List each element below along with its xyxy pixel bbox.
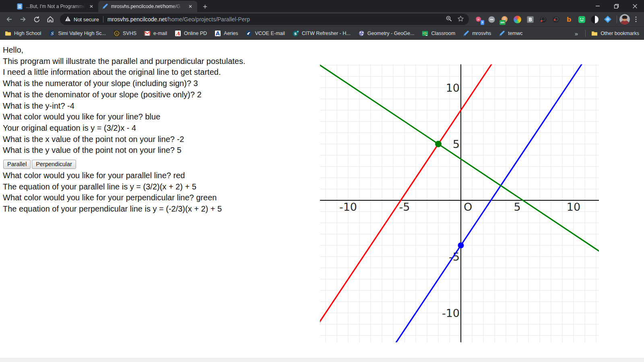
bookmark-label: Geometry - GeoGe... bbox=[367, 31, 415, 36]
window-controls bbox=[588, 0, 644, 12]
other-bookmarks-label: Other bookmarks bbox=[601, 31, 639, 36]
not-secure-warning-icon[interactable] bbox=[65, 16, 71, 23]
coordinate-graph: -10-5510105-5-10O bbox=[320, 64, 599, 342]
console-line: What is the x value of the point not on … bbox=[3, 134, 321, 145]
extension-bitly-icon[interactable]: b bbox=[565, 15, 573, 24]
browser-window: ...But, I'm Not a Programmer - G mrosvhs… bbox=[0, 0, 644, 362]
horizontal-scrollbar[interactable] bbox=[0, 358, 644, 362]
close-button[interactable] bbox=[625, 0, 644, 12]
bookmark-aeries[interactable]: A Aeries bbox=[215, 30, 238, 37]
extension-palette-icon[interactable] bbox=[513, 15, 522, 24]
extension-paddle-icon[interactable] bbox=[539, 15, 547, 24]
bookmark-geometry-geogebra[interactable]: Geometry - GeoGe... bbox=[358, 30, 415, 37]
bookmark-mrosvhs[interactable]: mrosvhs bbox=[463, 30, 491, 37]
bookmark-label: Online PD bbox=[184, 31, 207, 36]
pencil-favicon-icon bbox=[102, 3, 108, 10]
bookmarks-overflow-chevron[interactable]: » bbox=[573, 30, 580, 37]
home-button[interactable] bbox=[44, 13, 57, 26]
bookmark-label: Simi Valley High Sc... bbox=[58, 31, 106, 36]
svg-text:10: 10 bbox=[567, 201, 580, 213]
tab-pencilcode[interactable]: mrosvhs.pencilcode.net/home/G bbox=[98, 1, 197, 12]
bookmark-label: SVHS bbox=[123, 31, 136, 36]
parallel-line bbox=[320, 64, 599, 342]
zoom-icon[interactable] bbox=[446, 15, 452, 24]
svg-text:A: A bbox=[216, 30, 220, 37]
bookmark-temwc[interactable]: temwc bbox=[499, 30, 522, 37]
extension-b-square-icon[interactable]: B bbox=[526, 15, 535, 24]
gmail-icon bbox=[144, 30, 151, 37]
bookmark-simi-valley[interactable]: S Simi Valley High Sc... bbox=[49, 30, 106, 37]
extension-on-badge: on bbox=[500, 20, 506, 25]
extension-blue-diamond-icon[interactable] bbox=[603, 15, 612, 24]
toolbar: Not secure mrosvhs.pencilcode.net/home/G… bbox=[0, 12, 644, 27]
dark-circle-s-icon: S bbox=[49, 30, 55, 37]
red-a-icon: A bbox=[175, 30, 181, 37]
forward-button[interactable] bbox=[17, 13, 29, 26]
bookmark-star-icon[interactable] bbox=[457, 15, 464, 24]
svg-text:-10: -10 bbox=[442, 307, 460, 319]
console-line: What is the y-int? -4 bbox=[3, 101, 321, 112]
parallel-button[interactable]: Parallel bbox=[3, 160, 31, 169]
bookmarks-bar: High School S Simi Valley High Sc... S S… bbox=[0, 27, 644, 40]
console-line: What color would you like for your paral… bbox=[3, 170, 321, 181]
svg-text:A: A bbox=[175, 31, 180, 37]
extension-tampermonkey-on-icon[interactable]: on bbox=[500, 15, 509, 24]
maximize-button[interactable] bbox=[607, 0, 625, 12]
bookmark-email[interactable]: e-mail bbox=[144, 30, 167, 37]
back-button[interactable] bbox=[3, 13, 16, 26]
other-bookmarks[interactable]: Other bookmarks bbox=[591, 30, 639, 37]
bookmark-classroom[interactable]: Classroom bbox=[422, 30, 455, 37]
extension-badge: 3 bbox=[481, 20, 484, 25]
bookmark-online-pd[interactable]: A Online PD bbox=[175, 30, 207, 37]
tab-strip: ...But, I'm Not a Programmer - G mrosvhs… bbox=[0, 0, 644, 12]
bookmark-vcoe-email[interactable]: VCOE E-mail bbox=[246, 30, 285, 37]
bookmark-label: temwc bbox=[508, 31, 522, 36]
reload-button[interactable] bbox=[30, 13, 43, 26]
security-label[interactable]: Not secure bbox=[74, 16, 99, 23]
svg-text:O: O bbox=[464, 201, 472, 213]
extension-paused-icon[interactable] bbox=[487, 15, 496, 24]
svg-text:-5: -5 bbox=[399, 201, 410, 213]
profile-avatar[interactable] bbox=[619, 14, 630, 25]
extension-dark-reader-icon[interactable] bbox=[590, 15, 599, 24]
svg-text:-10: -10 bbox=[339, 201, 357, 213]
console-line: This program will illustrate the paralle… bbox=[3, 56, 321, 67]
svg-text:B: B bbox=[528, 16, 532, 22]
perpendicular-button[interactable]: Perpendicular bbox=[32, 160, 76, 169]
svg-text:b: b bbox=[567, 16, 572, 23]
console-line: Your original equation is y = (3/2)x - 4 bbox=[3, 123, 321, 134]
sharepoint-icon: s bbox=[293, 30, 299, 37]
tab-title: mrosvhs.pencilcode.net/home/G bbox=[111, 4, 184, 9]
console-line: The equation of your perpendicular line … bbox=[3, 204, 321, 215]
console-line: Hello, bbox=[3, 45, 321, 56]
address-bar[interactable]: Not secure mrosvhs.pencilcode.net/home/G… bbox=[60, 14, 469, 25]
svg-text:5: 5 bbox=[453, 138, 460, 150]
bookmark-label: Aeries bbox=[224, 31, 238, 36]
dark-circle-swoosh-icon bbox=[246, 30, 252, 37]
tab-close-icon[interactable] bbox=[187, 3, 194, 10]
svg-text:S: S bbox=[116, 32, 118, 35]
bookmark-high-school[interactable]: High School bbox=[5, 30, 41, 37]
svg-text:5: 5 bbox=[514, 201, 520, 213]
extension-pink-reader-icon[interactable]: 3 bbox=[475, 15, 483, 24]
tab-docs[interactable]: ...But, I'm Not a Programmer - G bbox=[13, 1, 98, 12]
folder-icon bbox=[5, 30, 11, 37]
browser-menu-icon[interactable] bbox=[631, 14, 641, 25]
bookmark-label: Classroom bbox=[431, 31, 455, 36]
bookmark-label: VCOE E-mail bbox=[255, 31, 285, 36]
extension-target-icon[interactable] bbox=[552, 15, 560, 24]
new-tab-button[interactable] bbox=[200, 1, 210, 12]
tab-close-icon[interactable] bbox=[88, 3, 95, 10]
minimize-button[interactable] bbox=[588, 0, 607, 12]
omnibox-divider bbox=[103, 16, 103, 23]
tab-title: ...But, I'm Not a Programmer - G bbox=[26, 4, 85, 9]
url-text[interactable]: mrosvhs.pencilcode.net/home/Geo/projects… bbox=[107, 16, 442, 23]
console-line: What is the denominator of your slope (p… bbox=[3, 89, 321, 101]
url-path: /home/Geo/projects/Parallel-Perp bbox=[167, 16, 250, 23]
extension-bitmoji-icon[interactable] bbox=[578, 15, 586, 24]
url-host: mrosvhs.pencilcode.net bbox=[107, 16, 167, 23]
bookmark-svhs[interactable]: S SVHS bbox=[114, 30, 136, 37]
pencil-icon bbox=[463, 30, 469, 37]
bookmark-label: e-mail bbox=[153, 31, 167, 36]
bookmark-citw-refresher[interactable]: s CITW Refresher - H... bbox=[293, 30, 351, 37]
